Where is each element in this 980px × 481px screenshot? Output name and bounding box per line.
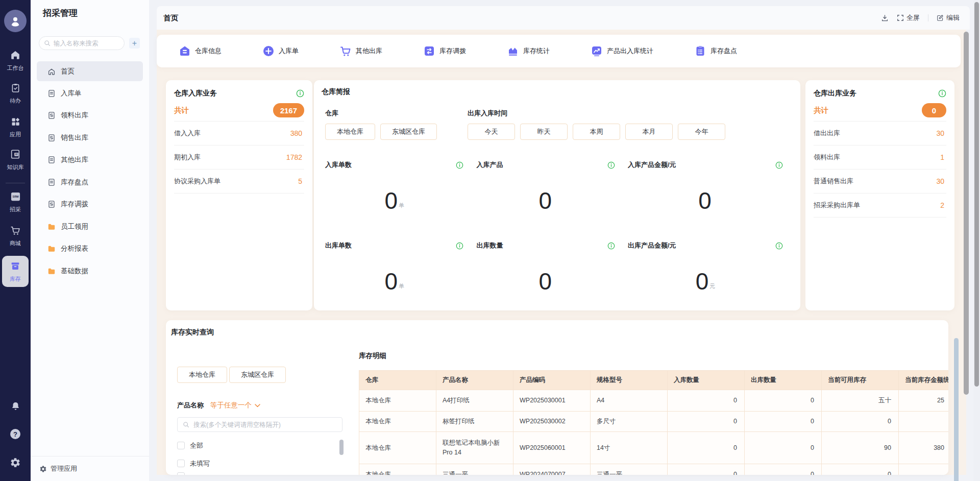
quick-action-product-io-statistics[interactable]: 产品出入库统计 <box>591 45 653 57</box>
stat-row[interactable]: 期初入库 1782 <box>174 146 304 170</box>
warehouse-filter-button[interactable]: 本地仓库 <box>325 124 375 140</box>
cell-outbound-qty: 0 <box>745 412 822 432</box>
info-icon[interactable] <box>456 242 463 250</box>
quick-action-stocktake[interactable]: 库存盘点 <box>694 45 737 57</box>
time-filter-button[interactable]: 本周 <box>573 124 620 140</box>
content-scrollbar-thumb[interactable] <box>964 32 969 395</box>
sidebar-item-material-outbound[interactable]: 领料出库 <box>37 105 143 127</box>
sidebar-item-stocktake[interactable]: 库存盘点 <box>37 171 143 194</box>
person-icon <box>9 14 22 28</box>
window-scrollbar[interactable] <box>973 0 980 481</box>
warehouse-filter-button[interactable]: 东城区仓库 <box>229 367 286 383</box>
quick-action-stock-statistics[interactable]: 库存统计 <box>507 45 550 57</box>
stat-suffix: 单 <box>399 283 404 289</box>
product-search-box[interactable] <box>177 417 342 432</box>
warehouse-brief-card: 仓库简报 仓库 本地仓库 东城区仓库 出库入库时间 今天 昨天 本周 本月 今年… <box>314 80 800 310</box>
product-search-input[interactable] <box>193 421 337 428</box>
sidebar-item-analysis-reports[interactable]: 分析报表 <box>37 238 143 260</box>
sidebar-item-home[interactable]: 首页 <box>37 61 143 81</box>
cell-spec: A4 <box>591 390 668 412</box>
operator-dropdown[interactable]: 等于任意一个 <box>210 401 260 410</box>
section-scrollbar-thumb[interactable] <box>954 338 959 481</box>
time-filter-button[interactable]: 今天 <box>468 124 515 140</box>
quick-action-inbound-order[interactable]: 入库单 <box>262 45 299 57</box>
outbound-business-card: 仓库出库业务 共计 0 借出出库 30 领料出库 1 普通销售出库 30 招采采… <box>805 80 954 310</box>
notifications-button[interactable] <box>0 401 31 413</box>
quick-action-other-outbound[interactable]: 其他出库 <box>339 45 382 57</box>
sidebar-search[interactable] <box>39 36 125 50</box>
time-filter-button[interactable]: 昨天 <box>520 124 568 140</box>
help-button[interactable]: ? <box>0 428 31 440</box>
stat-row[interactable]: 普通销售出库 30 <box>814 170 946 194</box>
warehouse-filter-label: 仓库 <box>325 109 437 118</box>
cell-warehouse: 本地仓库 <box>359 412 436 432</box>
table-row[interactable]: 本地仓库 标签打印纸 WP2025030002 多尺寸 0 0 0 <box>359 412 949 432</box>
quick-action-warehouse-info[interactable]: 仓库信息 <box>179 45 222 57</box>
checkbox[interactable] <box>177 472 185 475</box>
sidebar-search-input[interactable] <box>54 40 119 47</box>
sidebar-item-base-data[interactable]: 基础数据 <box>37 260 143 282</box>
user-avatar[interactable] <box>4 10 27 32</box>
total-row[interactable]: 共计 2167 <box>174 100 304 122</box>
options-scrollbar-thumb[interactable] <box>339 440 344 455</box>
product-name-filter: 产品名称 等于任意一个 <box>177 401 260 410</box>
fullscreen-icon <box>897 14 904 21</box>
add-button[interactable]: + <box>129 38 140 49</box>
sidebar-item-inbound-order[interactable]: 入库单 <box>37 82 143 105</box>
warehouse-filter-button[interactable]: 本地仓库 <box>177 367 227 383</box>
info-icon[interactable] <box>775 242 783 250</box>
time-filter-button[interactable]: 今年 <box>678 124 725 140</box>
window-scrollbar-thumb[interactable] <box>974 2 979 387</box>
plus-circle-icon <box>262 45 275 57</box>
rail-item-workbench[interactable]: 工作台 <box>0 50 31 72</box>
info-icon[interactable] <box>607 161 615 169</box>
info-icon[interactable] <box>775 161 783 169</box>
quick-action-label: 仓库信息 <box>195 46 222 56</box>
total-row[interactable]: 共计 0 <box>814 100 946 122</box>
stat-row-label: 普通销售出库 <box>814 177 853 186</box>
table-row[interactable]: 本地仓库 联想笔记本电脑小新Pro 14 WP2025060001 14寸 0 … <box>359 432 949 464</box>
sidebar-item-label: 销售出库 <box>61 133 88 142</box>
edit-button[interactable]: 编辑 <box>937 13 960 22</box>
field-label: 产品名称 <box>177 401 204 410</box>
stat-row[interactable]: 借出出库 30 <box>814 122 946 146</box>
option-all[interactable]: 全部 <box>177 437 342 454</box>
stat-label: 入库产品金额/元 <box>628 160 676 170</box>
stat-row[interactable]: 协议采购入库单 5 <box>174 170 304 194</box>
download-button[interactable] <box>881 14 889 22</box>
stat-row[interactable]: 领料出库 1 <box>814 146 946 170</box>
option-clipped[interactable] <box>177 472 342 475</box>
info-icon[interactable] <box>607 242 615 250</box>
sidebar-item-stock-transfer[interactable]: 库存调拨 <box>37 194 143 216</box>
stat-row[interactable]: 招采采购出库单 2 <box>814 194 946 218</box>
rail-item-todo[interactable]: 待办 <box>0 83 31 105</box>
rail-item-inventory[interactable]: 库存 <box>2 256 29 287</box>
stat-row[interactable]: 借入入库 380 <box>174 122 304 146</box>
info-icon[interactable] <box>456 161 463 169</box>
quick-action-stock-transfer[interactable]: 库存调拨 <box>423 45 466 57</box>
fullscreen-button[interactable]: 全屏 <box>897 13 920 22</box>
checkbox[interactable] <box>177 442 185 449</box>
rail-item-apps[interactable]: 应用 <box>0 116 31 138</box>
sidebar-item-label: 首页 <box>61 67 75 76</box>
rail-item-mall[interactable]: 商城 <box>0 225 31 247</box>
info-icon[interactable] <box>938 89 946 98</box>
manage-app-button[interactable]: 管理应用 <box>31 456 149 481</box>
cell-stock-amount: 25 <box>899 390 949 412</box>
sidebar-item-employee-requisition[interactable]: 员工领用 <box>37 215 143 238</box>
column-header: 入库数量 <box>668 371 745 390</box>
rail-item-knowledge[interactable]: AI 知识库 <box>0 149 31 171</box>
realtime-stock-query-card: 库存实时查询 本地仓库 东城区仓库 产品名称 等于任意一个 全部 未填写 库存明… <box>166 320 948 475</box>
table-row[interactable]: 本地仓库 A4打印纸 WP2025030001 A4 0 0 五十 25 <box>359 390 949 412</box>
warehouse-filter-button[interactable]: 东城区仓库 <box>380 124 437 140</box>
info-icon[interactable] <box>296 89 304 98</box>
sidebar-item-sales-outbound[interactable]: 销售出库 <box>37 127 143 149</box>
settings-button[interactable] <box>0 457 31 468</box>
checkbox[interactable] <box>177 460 185 467</box>
rail-item-procurement[interactable]: SRM 招采 <box>0 191 31 213</box>
time-filter-button[interactable]: 本月 <box>625 124 673 140</box>
table-row[interactable]: 本地仓库 三通一平 WP2024070007 三通一平 0 0 0 <box>359 464 949 475</box>
document-icon <box>47 200 56 208</box>
option-unfilled[interactable]: 未填写 <box>177 454 342 472</box>
sidebar-item-other-outbound[interactable]: 其他出库 <box>37 149 143 172</box>
